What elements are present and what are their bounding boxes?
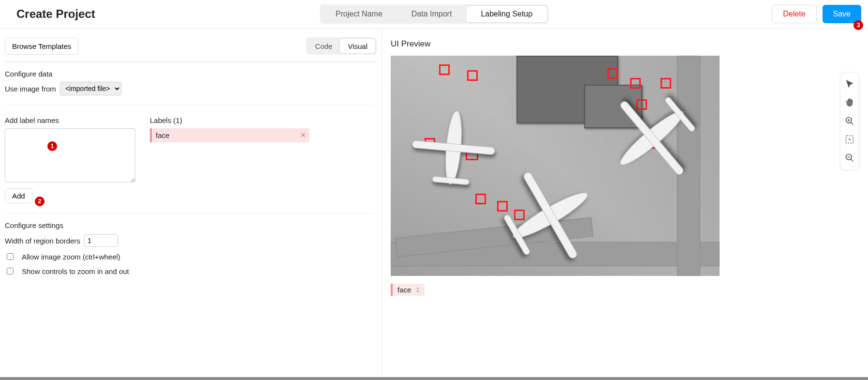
border-width-label: Width of region borders xyxy=(5,237,80,245)
save-button[interactable]: Save xyxy=(823,5,861,23)
tour-badge-3: 3 xyxy=(853,20,863,30)
label-list-heading: Labels (1) xyxy=(150,116,374,124)
step-project-name[interactable]: Project Name xyxy=(321,6,397,22)
allow-zoom-label: Allow image zoom (ctrl+wheel) xyxy=(22,253,120,261)
allow-zoom-row[interactable]: Allow image zoom (ctrl+wheel) xyxy=(5,252,374,261)
image-source-select[interactable]: <imported file> xyxy=(60,82,121,95)
configure-data-heading: Configure data xyxy=(5,70,374,78)
use-image-from-row: Use image from <imported file> xyxy=(5,82,374,95)
step-data-import[interactable]: Data Import xyxy=(397,6,467,22)
config-scroll[interactable]: Configure data Use image from <imported … xyxy=(5,61,377,281)
body: Browse Templates Code Visual Configure d… xyxy=(0,29,868,380)
preview-panel: UI Preview xyxy=(382,29,868,380)
show-zoom-controls-label: Show controls to zoom in and out xyxy=(22,267,129,275)
fullscreen-icon[interactable] xyxy=(843,133,856,146)
settings-section: Configure settings Width of region borde… xyxy=(5,213,374,276)
tour-badge-2: 2 xyxy=(35,197,44,206)
add-label-column: Add label names 1 Add 2 xyxy=(5,116,140,203)
config-panel: Browse Templates Code Visual Configure d… xyxy=(0,29,382,380)
use-image-from-label: Use image from xyxy=(5,85,56,93)
add-label-heading: Add label names xyxy=(5,116,140,124)
preview-image[interactable] xyxy=(391,56,720,276)
pan-tool-icon[interactable] xyxy=(843,96,856,109)
svg-point-14 xyxy=(849,139,850,140)
border-width-input[interactable] xyxy=(84,234,118,247)
label-item-text: face xyxy=(156,131,300,139)
labels-section: Add label names 1 Add 2 Labels (1) face … xyxy=(5,105,374,203)
page-title: Create Project xyxy=(16,7,95,21)
allow-zoom-checkbox[interactable] xyxy=(7,253,14,260)
code-visual-toggle: Code Visual xyxy=(306,37,377,55)
bottom-scrollbar[interactable] xyxy=(0,377,868,380)
show-zoom-controls-row[interactable]: Show controls to zoom in and out xyxy=(5,266,374,276)
svg-rect-4 xyxy=(522,171,578,260)
top-header: Create Project Project Name Data Import … xyxy=(0,0,868,29)
plane-icon xyxy=(404,98,503,198)
tab-code[interactable]: Code xyxy=(308,39,340,53)
svg-line-16 xyxy=(851,159,853,162)
wizard-stepper: Project Name Data Import Labeling Setup xyxy=(320,4,548,24)
browse-templates-button[interactable]: Browse Templates xyxy=(5,38,78,55)
label-names-textarea[interactable] xyxy=(5,128,135,182)
pointer-tool-icon[interactable] xyxy=(843,77,856,91)
remove-label-icon[interactable]: × xyxy=(300,130,306,140)
preview-heading: UI Preview xyxy=(391,39,859,49)
delete-button[interactable]: Delete xyxy=(772,5,816,23)
step-labeling-setup[interactable]: Labeling Setup xyxy=(466,6,547,22)
preview-label-hotkey: 1 xyxy=(416,286,419,293)
header-actions: Delete Save 3 xyxy=(772,5,861,23)
add-label-button[interactable]: Add xyxy=(5,188,32,203)
label-item[interactable]: face × xyxy=(150,128,309,142)
zoom-in-icon[interactable] xyxy=(843,114,856,128)
show-zoom-controls-checkbox[interactable] xyxy=(7,268,14,274)
configure-settings-heading: Configure settings xyxy=(5,221,374,229)
tab-visual[interactable]: Visual xyxy=(340,39,375,53)
preview-label-text: face xyxy=(397,286,411,294)
preview-label-pill[interactable]: face 1 xyxy=(391,284,425,296)
preview-toolbar xyxy=(840,72,859,170)
border-width-row: Width of region borders xyxy=(5,234,374,247)
label-list-column: Labels (1) face × xyxy=(150,116,374,203)
preview-area: face 1 xyxy=(391,56,859,296)
tour-badge-1: 1 xyxy=(47,141,57,151)
zoom-out-icon[interactable] xyxy=(843,151,856,165)
config-header: Browse Templates Code Visual xyxy=(5,37,377,61)
svg-line-10 xyxy=(851,122,853,125)
